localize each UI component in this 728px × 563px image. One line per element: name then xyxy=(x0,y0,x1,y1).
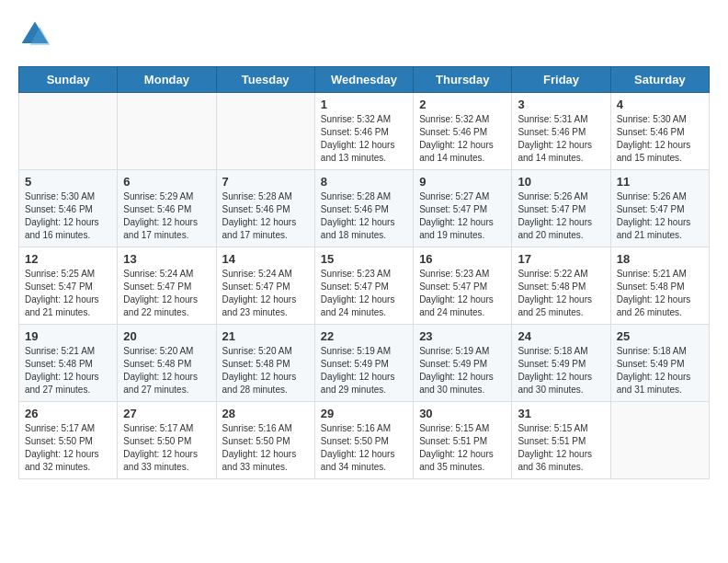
day-info: Sunrise: 5:15 AM Sunset: 5:51 PM Dayligh… xyxy=(419,422,506,474)
calendar-header: SundayMondayTuesdayWednesdayThursdayFrid… xyxy=(19,67,710,93)
day-cell: 6Sunrise: 5:29 AM Sunset: 5:46 PM Daylig… xyxy=(118,170,216,247)
week-row-3: 12Sunrise: 5:25 AM Sunset: 5:47 PM Dayli… xyxy=(19,247,710,325)
day-number: 1 xyxy=(321,98,407,111)
day-number: 7 xyxy=(222,175,309,189)
day-number: 26 xyxy=(25,407,111,420)
day-info: Sunrise: 5:30 AM Sunset: 5:46 PM Dayligh… xyxy=(617,113,703,165)
weekday-header-friday: Friday xyxy=(512,67,610,93)
day-cell: 10Sunrise: 5:26 AM Sunset: 5:47 PM Dayli… xyxy=(512,170,610,247)
day-number: 21 xyxy=(222,329,309,343)
day-number: 23 xyxy=(419,329,506,343)
day-info: Sunrise: 5:23 AM Sunset: 5:47 PM Dayligh… xyxy=(321,268,407,319)
day-cell: 17Sunrise: 5:22 AM Sunset: 5:48 PM Dayli… xyxy=(512,247,610,325)
day-number: 6 xyxy=(123,175,210,189)
day-number: 17 xyxy=(518,252,604,266)
day-number: 28 xyxy=(222,407,309,420)
day-info: Sunrise: 5:28 AM Sunset: 5:46 PM Dayligh… xyxy=(222,190,309,242)
day-cell: 8Sunrise: 5:28 AM Sunset: 5:46 PM Daylig… xyxy=(314,170,413,247)
calendar-body: 1Sunrise: 5:32 AM Sunset: 5:46 PM Daylig… xyxy=(19,93,710,479)
day-info: Sunrise: 5:23 AM Sunset: 5:47 PM Dayligh… xyxy=(419,268,506,319)
day-info: Sunrise: 5:16 AM Sunset: 5:50 PM Dayligh… xyxy=(321,422,407,474)
day-cell: 30Sunrise: 5:15 AM Sunset: 5:51 PM Dayli… xyxy=(414,402,512,479)
day-cell: 19Sunrise: 5:21 AM Sunset: 5:48 PM Dayli… xyxy=(19,325,118,402)
day-info: Sunrise: 5:29 AM Sunset: 5:46 PM Dayligh… xyxy=(123,190,210,242)
day-info: Sunrise: 5:28 AM Sunset: 5:46 PM Dayligh… xyxy=(321,190,407,242)
day-cell xyxy=(19,93,118,170)
weekday-header-sunday: Sunday xyxy=(19,67,118,93)
weekday-header-tuesday: Tuesday xyxy=(216,67,314,93)
day-info: Sunrise: 5:32 AM Sunset: 5:46 PM Dayligh… xyxy=(419,113,506,165)
day-cell xyxy=(216,93,314,170)
day-number: 10 xyxy=(518,175,604,189)
day-number: 16 xyxy=(419,252,506,266)
day-cell: 21Sunrise: 5:20 AM Sunset: 5:48 PM Dayli… xyxy=(216,325,314,402)
day-info: Sunrise: 5:22 AM Sunset: 5:48 PM Dayligh… xyxy=(518,268,604,319)
logo-icon xyxy=(18,18,51,52)
week-row-2: 5Sunrise: 5:30 AM Sunset: 5:46 PM Daylig… xyxy=(19,170,710,247)
day-info: Sunrise: 5:17 AM Sunset: 5:50 PM Dayligh… xyxy=(25,422,111,474)
day-number: 9 xyxy=(419,175,506,189)
weekday-header-wednesday: Wednesday xyxy=(314,67,413,93)
day-number: 2 xyxy=(419,98,506,111)
week-row-1: 1Sunrise: 5:32 AM Sunset: 5:46 PM Daylig… xyxy=(19,93,710,170)
day-info: Sunrise: 5:19 AM Sunset: 5:49 PM Dayligh… xyxy=(321,345,407,396)
day-number: 30 xyxy=(419,407,506,420)
day-number: 31 xyxy=(518,407,604,420)
day-number: 27 xyxy=(123,407,210,420)
day-cell xyxy=(118,93,216,170)
day-number: 14 xyxy=(222,252,309,266)
day-cell: 2Sunrise: 5:32 AM Sunset: 5:46 PM Daylig… xyxy=(414,93,512,170)
day-cell: 5Sunrise: 5:30 AM Sunset: 5:46 PM Daylig… xyxy=(19,170,118,247)
day-number: 4 xyxy=(617,98,703,111)
day-cell: 27Sunrise: 5:17 AM Sunset: 5:50 PM Dayli… xyxy=(118,402,216,479)
day-cell: 22Sunrise: 5:19 AM Sunset: 5:49 PM Dayli… xyxy=(314,325,413,402)
week-row-5: 26Sunrise: 5:17 AM Sunset: 5:50 PM Dayli… xyxy=(19,402,710,479)
weekday-header-thursday: Thursday xyxy=(414,67,512,93)
day-info: Sunrise: 5:21 AM Sunset: 5:48 PM Dayligh… xyxy=(25,345,111,396)
day-cell: 18Sunrise: 5:21 AM Sunset: 5:48 PM Dayli… xyxy=(610,247,709,325)
day-info: Sunrise: 5:15 AM Sunset: 5:51 PM Dayligh… xyxy=(518,422,604,474)
day-info: Sunrise: 5:26 AM Sunset: 5:47 PM Dayligh… xyxy=(518,190,604,242)
page: SundayMondayTuesdayWednesdayThursdayFrid… xyxy=(0,0,728,498)
day-cell: 29Sunrise: 5:16 AM Sunset: 5:50 PM Dayli… xyxy=(314,402,413,479)
day-number: 8 xyxy=(321,175,407,189)
day-cell: 23Sunrise: 5:19 AM Sunset: 5:49 PM Dayli… xyxy=(414,325,512,402)
day-cell: 15Sunrise: 5:23 AM Sunset: 5:47 PM Dayli… xyxy=(314,247,413,325)
day-info: Sunrise: 5:17 AM Sunset: 5:50 PM Dayligh… xyxy=(123,422,210,474)
header xyxy=(18,18,710,52)
day-info: Sunrise: 5:18 AM Sunset: 5:49 PM Dayligh… xyxy=(617,345,703,396)
day-number: 18 xyxy=(617,252,703,266)
day-number: 12 xyxy=(25,252,111,266)
day-number: 20 xyxy=(123,329,210,343)
day-cell: 31Sunrise: 5:15 AM Sunset: 5:51 PM Dayli… xyxy=(512,402,610,479)
day-info: Sunrise: 5:31 AM Sunset: 5:46 PM Dayligh… xyxy=(518,113,604,165)
day-info: Sunrise: 5:24 AM Sunset: 5:47 PM Dayligh… xyxy=(222,268,309,319)
day-number: 29 xyxy=(321,407,407,420)
day-info: Sunrise: 5:32 AM Sunset: 5:46 PM Dayligh… xyxy=(321,113,407,165)
day-number: 24 xyxy=(518,329,604,343)
day-cell: 25Sunrise: 5:18 AM Sunset: 5:49 PM Dayli… xyxy=(610,325,709,402)
day-cell: 9Sunrise: 5:27 AM Sunset: 5:47 PM Daylig… xyxy=(414,170,512,247)
weekday-row: SundayMondayTuesdayWednesdayThursdayFrid… xyxy=(19,67,710,93)
day-number: 22 xyxy=(321,329,407,343)
day-cell: 7Sunrise: 5:28 AM Sunset: 5:46 PM Daylig… xyxy=(216,170,314,247)
day-info: Sunrise: 5:25 AM Sunset: 5:47 PM Dayligh… xyxy=(25,268,111,319)
day-cell: 1Sunrise: 5:32 AM Sunset: 5:46 PM Daylig… xyxy=(314,93,413,170)
day-number: 15 xyxy=(321,252,407,266)
logo xyxy=(18,18,55,52)
day-cell: 11Sunrise: 5:26 AM Sunset: 5:47 PM Dayli… xyxy=(610,170,709,247)
day-info: Sunrise: 5:19 AM Sunset: 5:49 PM Dayligh… xyxy=(419,345,506,396)
day-cell: 13Sunrise: 5:24 AM Sunset: 5:47 PM Dayli… xyxy=(118,247,216,325)
day-cell xyxy=(610,402,709,479)
weekday-header-monday: Monday xyxy=(118,67,216,93)
calendar-table: SundayMondayTuesdayWednesdayThursdayFrid… xyxy=(18,66,710,479)
day-cell: 24Sunrise: 5:18 AM Sunset: 5:49 PM Dayli… xyxy=(512,325,610,402)
day-cell: 28Sunrise: 5:16 AM Sunset: 5:50 PM Dayli… xyxy=(216,402,314,479)
day-info: Sunrise: 5:18 AM Sunset: 5:49 PM Dayligh… xyxy=(518,345,604,396)
day-number: 25 xyxy=(617,329,703,343)
day-cell: 16Sunrise: 5:23 AM Sunset: 5:47 PM Dayli… xyxy=(414,247,512,325)
weekday-header-saturday: Saturday xyxy=(610,67,709,93)
day-info: Sunrise: 5:20 AM Sunset: 5:48 PM Dayligh… xyxy=(123,345,210,396)
day-info: Sunrise: 5:20 AM Sunset: 5:48 PM Dayligh… xyxy=(222,345,309,396)
day-cell: 14Sunrise: 5:24 AM Sunset: 5:47 PM Dayli… xyxy=(216,247,314,325)
